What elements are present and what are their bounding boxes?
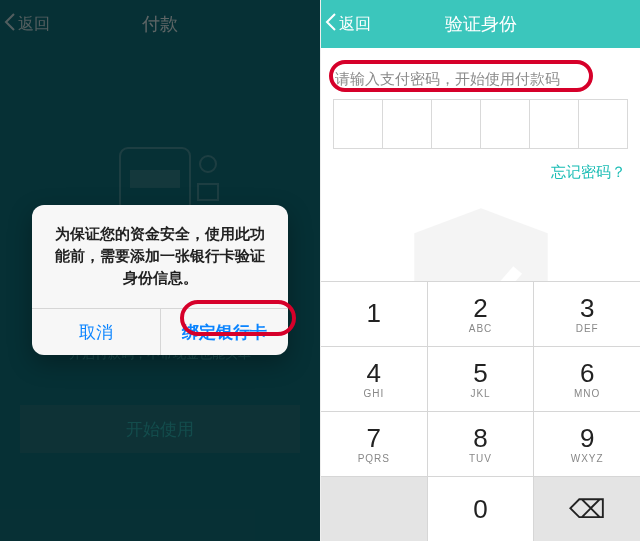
pin-digit-3[interactable] <box>432 99 481 149</box>
dialog-message: 为保证您的资金安全，使用此功能前，需要添加一张银行卡验证身份信息。 <box>32 205 288 308</box>
pin-digit-1[interactable] <box>333 99 383 149</box>
right-title: 验证身份 <box>321 12 640 36</box>
forgot-label: 忘记密码？ <box>551 163 626 180</box>
key-4[interactable]: 4GHI <box>321 346 428 411</box>
cancel-button[interactable]: 取消 <box>32 309 160 355</box>
two-phone-screenshot: 返回 付款 开启付款码，不带现金也能买单 开始使用 为保证您的资金安全，使用此功… <box>0 0 640 541</box>
key-0[interactable]: 0 <box>428 476 535 541</box>
key-6[interactable]: 6MNO <box>534 346 640 411</box>
numeric-keypad: 1 2ABC 3DEF 4GHI 5JKL 6MNO 7PQRS 8TUV 9W… <box>321 281 640 541</box>
key-blank <box>321 476 428 541</box>
right-screen-verify: 返回 验证身份 请输入支付密码，开始使用付款码 忘记密码？ 1 2ABC 3DE… <box>320 0 640 541</box>
key-backspace[interactable]: ⌫ <box>534 476 640 541</box>
pin-digit-6[interactable] <box>579 99 628 149</box>
key-9[interactable]: 9WXYZ <box>534 411 640 476</box>
key-1[interactable]: 1 <box>321 281 428 346</box>
pin-digit-2[interactable] <box>383 99 432 149</box>
key-5[interactable]: 5JKL <box>428 346 535 411</box>
left-screen-payment: 返回 付款 开启付款码，不带现金也能买单 开始使用 为保证您的资金安全，使用此功… <box>0 0 320 541</box>
annotation-circle-bind-card <box>180 300 296 336</box>
key-7[interactable]: 7PQRS <box>321 411 428 476</box>
forgot-password-link[interactable]: 忘记密码？ <box>321 149 640 182</box>
right-header: 返回 验证身份 <box>321 0 640 48</box>
key-8[interactable]: 8TUV <box>428 411 535 476</box>
pin-digit-5[interactable] <box>530 99 579 149</box>
cancel-label: 取消 <box>79 321 113 344</box>
annotation-circle-prompt <box>329 60 593 92</box>
pin-digit-4[interactable] <box>481 99 530 149</box>
backspace-icon: ⌫ <box>569 496 606 522</box>
key-2[interactable]: 2ABC <box>428 281 535 346</box>
key-3[interactable]: 3DEF <box>534 281 640 346</box>
pin-input-row[interactable] <box>321 99 640 149</box>
